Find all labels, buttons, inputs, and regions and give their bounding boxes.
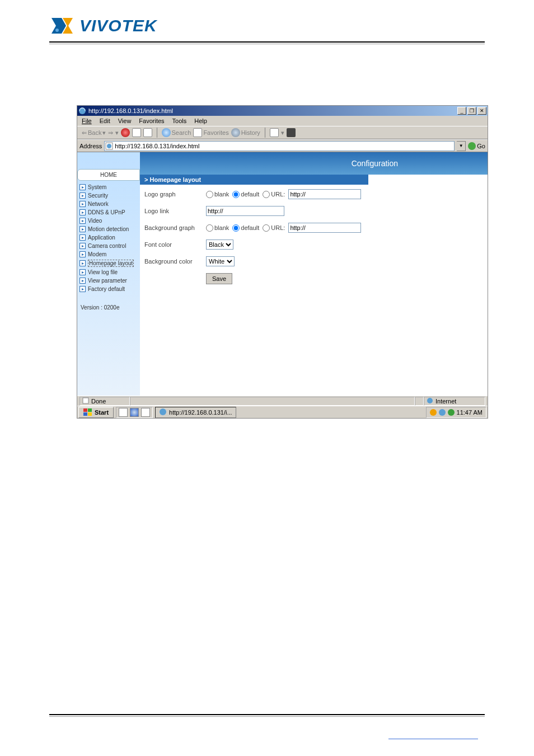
menu-tools[interactable]: Tools: [172, 118, 187, 124]
sidebar-item-security[interactable]: ▸Security: [77, 191, 140, 200]
arrow-icon: ▸: [79, 192, 86, 199]
menu-favorites[interactable]: Favorites: [139, 118, 164, 124]
sidebar-item-network[interactable]: ▸Network: [77, 200, 140, 208]
address-dropdown[interactable]: ▼: [457, 141, 466, 151]
sidebar-item-label: Modem: [88, 251, 106, 257]
footer-rule-thick: [49, 714, 485, 715]
logo-graph-blank[interactable]: blank: [206, 191, 229, 198]
sidebar-item-ddns-upnp[interactable]: ▸DDNS & UPnP: [77, 208, 140, 217]
status-zone: Internet: [424, 397, 485, 406]
close-button[interactable]: ✕: [477, 107, 486, 115]
tray-icon-1[interactable]: [430, 409, 437, 416]
ql-icon-1[interactable]: [119, 408, 128, 417]
mail-icon[interactable]: [270, 128, 279, 137]
row-bg-color: Background color White: [144, 256, 364, 266]
forward-button[interactable]: ⇒ ▾: [108, 129, 118, 137]
menu-help[interactable]: Help: [194, 118, 207, 124]
sidebar-item-modem[interactable]: ▸Modem: [77, 250, 140, 259]
version-text: Version : 0200e: [77, 293, 140, 322]
maximize-button[interactable]: ❐: [467, 107, 476, 115]
svg-point-2: [55, 29, 59, 32]
sidebar-item-video[interactable]: ▸Video: [77, 217, 140, 225]
logo-graph-default[interactable]: default: [232, 191, 259, 198]
favorites-button[interactable]: Favorites: [193, 128, 228, 137]
tray-icon-3[interactable]: [448, 409, 455, 416]
logo-graph-url[interactable]: URL:: [263, 191, 285, 198]
row-logo-graph: Logo graph blank default URL:: [144, 189, 364, 199]
sidebar-item-label: Security: [88, 192, 108, 199]
ql-icon-2[interactable]: [130, 408, 139, 417]
sidebar-item-application[interactable]: ▸Application: [77, 233, 140, 242]
arrow-icon: ▸: [79, 251, 86, 257]
go-button[interactable]: Go: [468, 142, 485, 150]
quicklaunch: [116, 407, 153, 418]
sidebar-item-label: Homepage layout: [88, 260, 134, 267]
window-titlebar: http://192.168.0.131/index.html _ ❐ ✕: [77, 106, 488, 116]
sidebar-item-label: View log file: [88, 269, 118, 275]
internet-zone-icon: [427, 397, 433, 405]
arrow-icon: ▸: [79, 209, 86, 215]
ie-icon: [159, 408, 167, 417]
bg-graph-blank[interactable]: blank: [206, 224, 229, 232]
logo-link-input[interactable]: [206, 206, 284, 216]
tray-icon-2[interactable]: [439, 409, 446, 416]
address-input[interactable]: [104, 141, 455, 151]
sidebar-item-homepage-layout[interactable]: ▸Homepage layout: [77, 259, 140, 268]
logo-graph-url-input[interactable]: [288, 189, 361, 199]
history-button[interactable]: History: [231, 128, 260, 137]
sidebar-item-motion-detection[interactable]: ▸Motion detection: [77, 225, 140, 233]
sidebar-item-label: View parameter: [88, 278, 127, 284]
header-rule-thick: [49, 41, 485, 43]
footer-rule-thin: [49, 716, 485, 717]
menu-view[interactable]: View: [118, 118, 132, 124]
main-panel: Configuration > Homepage layout Logo gra…: [140, 152, 488, 396]
home-icon[interactable]: [143, 128, 152, 137]
bg-graph-default[interactable]: default: [232, 224, 259, 232]
minimize-button[interactable]: _: [457, 107, 466, 115]
windows-logo-icon: [83, 408, 92, 416]
menu-file[interactable]: File: [82, 118, 92, 124]
font-color-select[interactable]: Black: [206, 240, 233, 250]
address-bar: Address ▼ Go: [77, 139, 488, 152]
page-icon: [105, 142, 113, 150]
window-title: http://192.168.0.131/index.html: [88, 107, 173, 114]
menubar: File Edit View Favorites Tools Help: [77, 116, 488, 126]
sidebar-item-label: System: [88, 184, 106, 190]
sidebar-home[interactable]: HOME: [77, 169, 140, 181]
sidebar-item-system[interactable]: ▸System: [77, 183, 140, 191]
sidebar-item-factory-default[interactable]: ▸Factory default: [77, 285, 140, 293]
menu-edit[interactable]: Edit: [100, 118, 110, 124]
ie-icon: [78, 107, 86, 115]
sidebar-item-view-log-file[interactable]: ▸View log file: [77, 268, 140, 276]
task-button[interactable]: http://192.168.0.131/i...: [155, 407, 236, 418]
sidebar-item-camera-control[interactable]: ▸Camera control: [77, 242, 140, 250]
label-logo-link: Logo link: [144, 208, 206, 214]
sidebar-item-view-parameter[interactable]: ▸View parameter: [77, 276, 140, 285]
row-bg-graph: Background graph blank default URL:: [144, 223, 364, 233]
arrow-icon: ▸: [79, 269, 86, 275]
svg-rect-9: [88, 408, 92, 412]
arrow-icon: ▸: [79, 243, 86, 249]
content-area: HOME ▸System▸Security▸Network▸DDNS & UPn…: [77, 152, 488, 396]
refresh-icon[interactable]: [132, 128, 141, 137]
save-button[interactable]: Save: [206, 273, 232, 284]
back-button[interactable]: ⇐ Back ▾: [82, 129, 106, 137]
address-label: Address: [79, 143, 102, 149]
ie-window-screenshot: http://192.168.0.131/index.html _ ❐ ✕ Fi…: [77, 105, 488, 419]
bg-color-select[interactable]: White: [206, 256, 235, 266]
start-button[interactable]: Start: [78, 407, 114, 418]
form-area: Logo graph blank default URL: Logo link …: [140, 185, 368, 295]
stop-icon[interactable]: [121, 128, 130, 137]
bg-graph-url-input[interactable]: [288, 223, 361, 233]
ql-icon-3[interactable]: [141, 408, 150, 417]
arrow-icon: ▸: [79, 260, 86, 266]
search-button[interactable]: Search: [162, 128, 191, 137]
logo-row: VIVOTEK: [49, 16, 534, 36]
bg-graph-url[interactable]: URL:: [263, 224, 285, 232]
svg-rect-6: [83, 398, 88, 403]
taskbar: Start http://192.168.0.131/i... 11:47 AM: [77, 406, 488, 418]
print-icon[interactable]: [287, 128, 296, 137]
header-rule-thin: [49, 44, 485, 44]
vivotek-logo-icon: [49, 16, 75, 36]
status-fill: [130, 397, 415, 406]
